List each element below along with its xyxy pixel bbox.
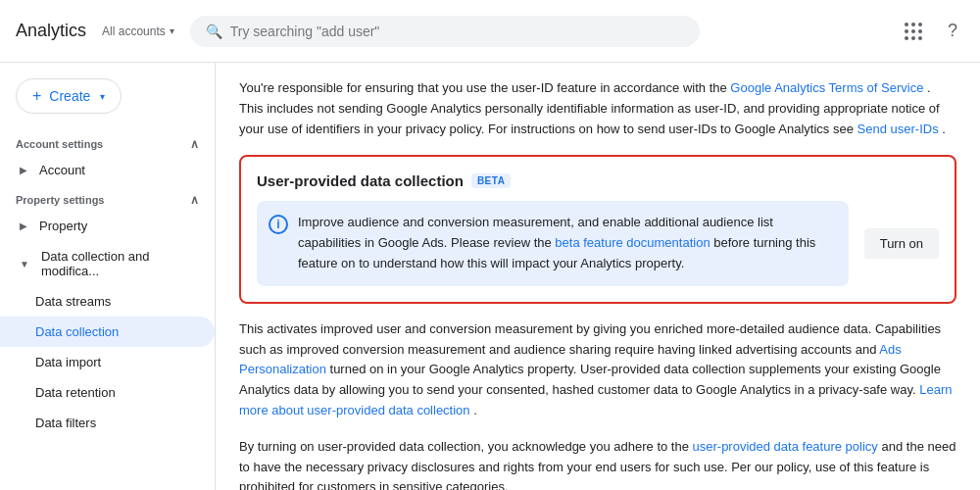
info-section: i Improve audience and conversion measur… <box>257 201 849 285</box>
data-feature-policy-link[interactable]: user-provided data feature policy <box>693 439 878 454</box>
header-actions: ? <box>902 20 964 43</box>
data-import-label: Data import <box>35 355 101 369</box>
terms-link[interactable]: Google Analytics Terms of Service <box>730 80 923 95</box>
property-settings-label: Property settings <box>16 194 104 206</box>
app-header: Analytics All accounts ▾ 🔍 ? <box>0 0 980 63</box>
send-user-ids-link[interactable]: Send user-IDs <box>858 122 939 136</box>
data-retention-label: Data retention <box>35 385 116 400</box>
dropdown-arrow-icon: ▾ <box>100 91 105 102</box>
turn-on-button[interactable]: Turn on <box>864 228 939 259</box>
search-icon: 🔍 <box>206 24 222 39</box>
data-collection-label: Data collection <box>35 324 119 339</box>
search-bar[interactable]: 🔍 <box>190 16 700 47</box>
data-filters-label: Data filters <box>35 416 96 430</box>
chevron-up-icon-2[interactable]: ∧ <box>190 193 199 207</box>
chevron-down-icon: ▾ <box>170 25 174 36</box>
sidebar-subitem-data-collection[interactable]: Data collection <box>0 317 215 347</box>
data-collection-item-label: Data collection and modifica... <box>41 249 199 278</box>
logo-container: Analytics <box>16 21 86 41</box>
sidebar-item-data-collection[interactable]: ▼ Data collection and modifica... <box>0 241 215 286</box>
apps-icon[interactable] <box>902 20 925 43</box>
account-item-label: Account <box>39 163 85 177</box>
account-label: All accounts <box>102 24 166 38</box>
search-input[interactable] <box>230 24 684 39</box>
feature-card-header: User-provided data collection BETA <box>257 172 939 189</box>
info-icon: i <box>269 215 288 234</box>
info-description: Improve audience and conversion measurem… <box>298 213 837 273</box>
property-settings-section: Property settings ∧ <box>0 185 215 211</box>
create-button[interactable]: + Create ▾ <box>16 78 122 114</box>
account-settings-label: Account settings <box>16 138 103 150</box>
user-provided-data-card: User-provided data collection BETA i Imp… <box>239 155 956 303</box>
intro-paragraph: You're responsible for ensuring that you… <box>239 78 956 139</box>
create-label: Create <box>49 88 90 104</box>
expand-arrow-icon: ▶ <box>20 165 27 175</box>
sidebar-subitem-data-filters[interactable]: Data filters <box>0 408 215 438</box>
feature-card-body: i Improve audience and conversion measur… <box>257 201 939 285</box>
sidebar: + Create ▾ Account settings ∧ ▶ Account … <box>0 63 216 490</box>
expand-arrow-icon-2: ▶ <box>20 220 27 231</box>
app-title: Analytics <box>16 21 86 41</box>
plus-icon: + <box>32 87 41 105</box>
help-icon[interactable]: ? <box>941 20 964 43</box>
data-streams-label: Data streams <box>35 294 111 309</box>
grid-dots-icon <box>905 23 922 40</box>
sidebar-subitem-data-streams[interactable]: Data streams <box>0 286 215 317</box>
account-settings-section: Account settings ∧ <box>0 129 215 155</box>
sidebar-item-property[interactable]: ▶ Property <box>0 211 215 241</box>
expand-arrow-icon-3: ▼ <box>20 259 29 270</box>
description-paragraph-1: This activates improved user and convers… <box>239 319 956 421</box>
beta-feature-link[interactable]: beta feature documentation <box>555 235 710 250</box>
body-container: + Create ▾ Account settings ∧ ▶ Account … <box>0 63 980 490</box>
main-content: You're responsible for ensuring that you… <box>216 63 980 490</box>
sidebar-subitem-data-retention[interactable]: Data retention <box>0 377 215 408</box>
feature-card-title: User-provided data collection <box>257 172 464 189</box>
account-selector[interactable]: All accounts ▾ <box>102 24 174 38</box>
beta-badge: BETA <box>471 173 511 188</box>
sidebar-subitem-data-import[interactable]: Data import <box>0 347 215 377</box>
description-paragraph-2: By turning on user-provided data collect… <box>239 437 956 490</box>
chevron-up-icon[interactable]: ∧ <box>190 137 199 151</box>
sidebar-item-account[interactable]: ▶ Account <box>0 155 215 185</box>
property-item-label: Property <box>39 219 87 233</box>
